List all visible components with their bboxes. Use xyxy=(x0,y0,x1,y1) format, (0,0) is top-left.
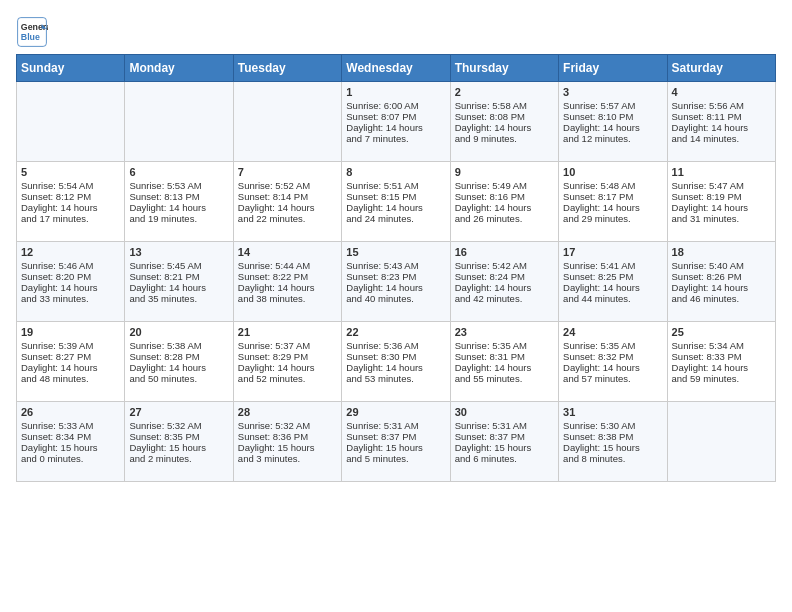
day-header-wednesday: Wednesday xyxy=(342,55,450,82)
day-content-line: and 53 minutes. xyxy=(346,373,445,384)
day-content-line: Sunset: 8:12 PM xyxy=(21,191,120,202)
day-content-line: Daylight: 14 hours xyxy=(563,202,662,213)
day-content-line: Sunrise: 5:51 AM xyxy=(346,180,445,191)
day-content-line: Sunset: 8:24 PM xyxy=(455,271,554,282)
day-number: 13 xyxy=(129,246,228,258)
day-content-line: Sunrise: 5:34 AM xyxy=(672,340,771,351)
day-header-friday: Friday xyxy=(559,55,667,82)
day-content-line: Sunset: 8:23 PM xyxy=(346,271,445,282)
day-number: 2 xyxy=(455,86,554,98)
day-content-line: Daylight: 14 hours xyxy=(21,202,120,213)
day-content-line: Sunset: 8:30 PM xyxy=(346,351,445,362)
day-content-line: and 52 minutes. xyxy=(238,373,337,384)
day-content-line: Daylight: 15 hours xyxy=(238,442,337,453)
day-content-line: and 31 minutes. xyxy=(672,213,771,224)
svg-text:Blue: Blue xyxy=(21,32,40,42)
day-number: 25 xyxy=(672,326,771,338)
calendar-cell: 31Sunrise: 5:30 AMSunset: 8:38 PMDayligh… xyxy=(559,402,667,482)
calendar-cell: 27Sunrise: 5:32 AMSunset: 8:35 PMDayligh… xyxy=(125,402,233,482)
calendar-cell xyxy=(125,82,233,162)
calendar-cell: 9Sunrise: 5:49 AMSunset: 8:16 PMDaylight… xyxy=(450,162,558,242)
day-content-line: Sunset: 8:17 PM xyxy=(563,191,662,202)
day-content-line: and 7 minutes. xyxy=(346,133,445,144)
calendar-cell: 6Sunrise: 5:53 AMSunset: 8:13 PMDaylight… xyxy=(125,162,233,242)
day-content-line: Sunset: 8:15 PM xyxy=(346,191,445,202)
calendar-cell: 5Sunrise: 5:54 AMSunset: 8:12 PMDaylight… xyxy=(17,162,125,242)
calendar-cell: 4Sunrise: 5:56 AMSunset: 8:11 PMDaylight… xyxy=(667,82,775,162)
day-content-line: Sunrise: 5:43 AM xyxy=(346,260,445,271)
day-content-line: Daylight: 14 hours xyxy=(346,282,445,293)
day-number: 20 xyxy=(129,326,228,338)
calendar-cell: 14Sunrise: 5:44 AMSunset: 8:22 PMDayligh… xyxy=(233,242,341,322)
day-content-line: Daylight: 14 hours xyxy=(672,122,771,133)
day-content-line: Sunrise: 5:52 AM xyxy=(238,180,337,191)
day-content-line: Sunrise: 5:36 AM xyxy=(346,340,445,351)
calendar-cell: 16Sunrise: 5:42 AMSunset: 8:24 PMDayligh… xyxy=(450,242,558,322)
header: General Blue xyxy=(16,16,776,48)
calendar-cell: 25Sunrise: 5:34 AMSunset: 8:33 PMDayligh… xyxy=(667,322,775,402)
day-content-line: Sunset: 8:13 PM xyxy=(129,191,228,202)
day-content-line: Daylight: 14 hours xyxy=(346,202,445,213)
day-content-line: and 50 minutes. xyxy=(129,373,228,384)
day-content-line: Sunrise: 5:30 AM xyxy=(563,420,662,431)
day-number: 27 xyxy=(129,406,228,418)
day-content-line: Sunset: 8:35 PM xyxy=(129,431,228,442)
day-number: 28 xyxy=(238,406,337,418)
day-content-line: and 44 minutes. xyxy=(563,293,662,304)
calendar-cell: 7Sunrise: 5:52 AMSunset: 8:14 PMDaylight… xyxy=(233,162,341,242)
day-content-line: Sunrise: 5:42 AM xyxy=(455,260,554,271)
day-content-line: Sunrise: 5:47 AM xyxy=(672,180,771,191)
calendar-cell: 15Sunrise: 5:43 AMSunset: 8:23 PMDayligh… xyxy=(342,242,450,322)
calendar-cell: 2Sunrise: 5:58 AMSunset: 8:08 PMDaylight… xyxy=(450,82,558,162)
day-content-line: and 14 minutes. xyxy=(672,133,771,144)
calendar-cell xyxy=(17,82,125,162)
day-number: 7 xyxy=(238,166,337,178)
calendar-cell: 23Sunrise: 5:35 AMSunset: 8:31 PMDayligh… xyxy=(450,322,558,402)
calendar-cell: 10Sunrise: 5:48 AMSunset: 8:17 PMDayligh… xyxy=(559,162,667,242)
day-number: 31 xyxy=(563,406,662,418)
day-content-line: Sunset: 8:37 PM xyxy=(455,431,554,442)
day-content-line: and 35 minutes. xyxy=(129,293,228,304)
day-number: 15 xyxy=(346,246,445,258)
day-header-thursday: Thursday xyxy=(450,55,558,82)
calendar-cell: 28Sunrise: 5:32 AMSunset: 8:36 PMDayligh… xyxy=(233,402,341,482)
day-content-line: Sunrise: 5:37 AM xyxy=(238,340,337,351)
day-number: 24 xyxy=(563,326,662,338)
day-content-line: and 3 minutes. xyxy=(238,453,337,464)
day-content-line: and 9 minutes. xyxy=(455,133,554,144)
day-content-line: Daylight: 15 hours xyxy=(129,442,228,453)
logo-icon: General Blue xyxy=(16,16,48,48)
day-content-line: and 38 minutes. xyxy=(238,293,337,304)
day-content-line: Daylight: 15 hours xyxy=(563,442,662,453)
day-content-line: Sunset: 8:33 PM xyxy=(672,351,771,362)
day-content-line: Daylight: 14 hours xyxy=(238,362,337,373)
day-content-line: Sunset: 8:10 PM xyxy=(563,111,662,122)
day-content-line: Sunset: 8:22 PM xyxy=(238,271,337,282)
day-content-line: and 22 minutes. xyxy=(238,213,337,224)
calendar-week-row: 5Sunrise: 5:54 AMSunset: 8:12 PMDaylight… xyxy=(17,162,776,242)
day-content-line: Sunrise: 5:41 AM xyxy=(563,260,662,271)
day-number: 23 xyxy=(455,326,554,338)
day-content-line: Sunrise: 5:56 AM xyxy=(672,100,771,111)
day-content-line: Daylight: 14 hours xyxy=(563,362,662,373)
calendar-cell: 12Sunrise: 5:46 AMSunset: 8:20 PMDayligh… xyxy=(17,242,125,322)
day-content-line: Sunrise: 5:35 AM xyxy=(455,340,554,351)
day-content-line: and 12 minutes. xyxy=(563,133,662,144)
logo: General Blue xyxy=(16,16,52,48)
day-content-line: Sunset: 8:25 PM xyxy=(563,271,662,282)
day-content-line: Sunrise: 5:32 AM xyxy=(238,420,337,431)
day-content-line: Sunset: 8:19 PM xyxy=(672,191,771,202)
day-content-line: Sunset: 8:34 PM xyxy=(21,431,120,442)
day-content-line: Sunrise: 5:44 AM xyxy=(238,260,337,271)
day-content-line: Daylight: 14 hours xyxy=(346,362,445,373)
day-number: 18 xyxy=(672,246,771,258)
day-content-line: and 59 minutes. xyxy=(672,373,771,384)
day-content-line: and 2 minutes. xyxy=(129,453,228,464)
day-content-line: and 26 minutes. xyxy=(455,213,554,224)
day-content-line: Daylight: 15 hours xyxy=(455,442,554,453)
day-header-monday: Monday xyxy=(125,55,233,82)
calendar-cell: 19Sunrise: 5:39 AMSunset: 8:27 PMDayligh… xyxy=(17,322,125,402)
calendar-cell: 24Sunrise: 5:35 AMSunset: 8:32 PMDayligh… xyxy=(559,322,667,402)
calendar-cell: 26Sunrise: 5:33 AMSunset: 8:34 PMDayligh… xyxy=(17,402,125,482)
day-content-line: and 42 minutes. xyxy=(455,293,554,304)
